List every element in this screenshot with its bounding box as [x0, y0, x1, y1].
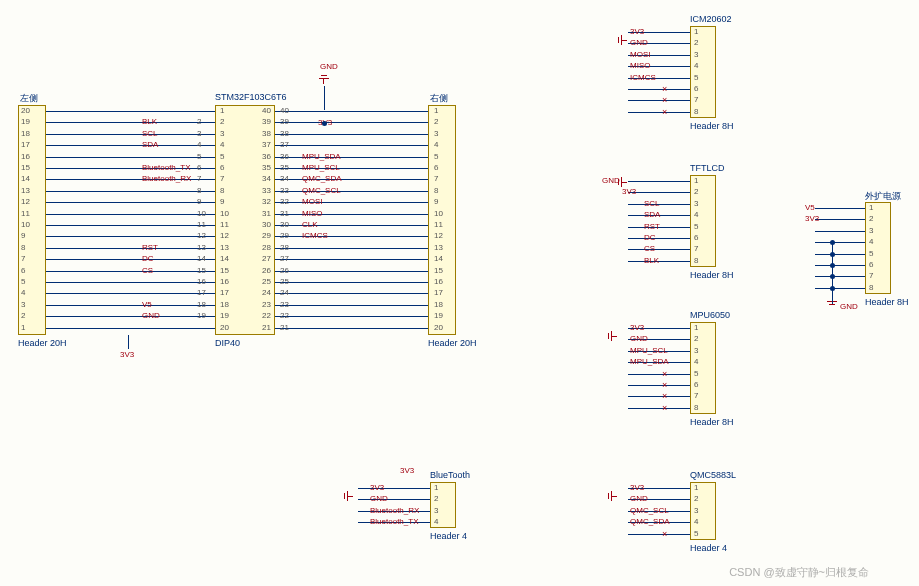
qmc-title: QMC5883L: [690, 470, 736, 480]
dip40-title: STM32F103C6T6: [215, 92, 287, 102]
mpu-title: MPU6050: [690, 310, 730, 320]
right-header-title: 右侧: [430, 92, 448, 105]
watermark: CSDN @致虚守静~归根复命: [729, 565, 869, 580]
bt-bottom: Header 4: [430, 531, 467, 541]
dip40-bottom: DIP40: [215, 338, 240, 348]
right-header-bottom: Header 20H: [428, 338, 477, 348]
wire: [128, 335, 129, 349]
left-header-title: 左侧: [20, 92, 38, 105]
junction: [322, 121, 327, 126]
gnd-icon: [317, 72, 331, 84]
tftlcd-bottom: Header 8H: [690, 270, 734, 280]
wire: [324, 86, 325, 110]
icm-bottom: Header 8H: [690, 121, 734, 131]
qmc-bottom: Header 4: [690, 543, 727, 553]
pwr-bottom: Header 8H: [865, 297, 909, 307]
mpu-bottom: Header 8H: [690, 417, 734, 427]
net-gnd-top: GND: [320, 62, 338, 71]
net-3v3-bl: 3V3: [120, 350, 134, 359]
tftlcd-title: TFTLCD: [690, 163, 725, 173]
left-header-bottom: Header 20H: [18, 338, 67, 348]
bt-title: BlueTooth: [430, 470, 470, 480]
icm-title: ICM20602: [690, 14, 732, 24]
